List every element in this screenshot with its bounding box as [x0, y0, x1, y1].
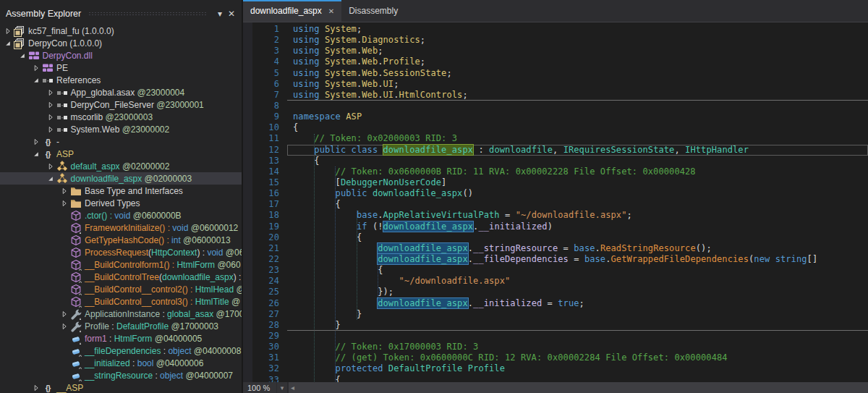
code-line[interactable]: 26 downloadfile_aspx.__initialized = tru… — [243, 298, 868, 309]
scrollbar-left-arrow-icon[interactable]: ◂ — [289, 384, 294, 392]
tree-item-label: FrameworkInitialize() : void @06000012 — [82, 223, 238, 233]
code-line[interactable]: 20 { — [243, 232, 868, 243]
code-line[interactable]: 23 { — [243, 265, 868, 276]
code-line[interactable]: 1using System; — [243, 24, 868, 35]
tab-downloadfile-aspx[interactable]: downloadfile_aspx✕ — [243, 0, 341, 22]
tree-row[interactable]: { }__ASP — [0, 381, 242, 393]
tree-row[interactable]: mscorlib @23000003 — [0, 111, 242, 123]
tree-row[interactable]: __stringResource : object @04000007 — [0, 369, 242, 381]
tree-row[interactable]: __BuildControl__control3() : HtmlTitle @ — [0, 295, 242, 308]
expander-collapsed-icon[interactable] — [3, 25, 13, 37]
code-line[interactable]: 7using System.Web.UI.HtmlControls; — [243, 90, 868, 101]
expander-expanded-icon[interactable] — [17, 50, 27, 62]
tab-close-icon[interactable]: ✕ — [328, 7, 334, 15]
drag-grip[interactable] — [88, 12, 207, 16]
code-line[interactable]: 17 { — [243, 199, 868, 210]
expander-collapsed-icon[interactable] — [59, 185, 69, 197]
code-line[interactable]: 24 "~/downloadfile.aspx" — [243, 276, 868, 287]
tree-row[interactable]: DerpyCon.dll — [0, 49, 242, 62]
code-line[interactable]: 10{ — [243, 122, 868, 133]
tree-row[interactable]: App_global.asax @23000004 — [0, 86, 242, 98]
code-line[interactable]: 15 [DebuggerNonUserCode] — [243, 177, 868, 188]
zoom-level-dropdown[interactable]: 100 % — [243, 382, 276, 393]
code-line[interactable]: 6using System.Web.UI; — [243, 79, 868, 90]
tree-row[interactable]: kc57_final_fu (1.0.0.0) — [0, 25, 242, 37]
expander-expanded-icon[interactable] — [31, 148, 41, 160]
expander-expanded-icon[interactable] — [46, 173, 56, 185]
tree-row[interactable]: DerpyCon_FileServer @23000001 — [0, 98, 242, 111]
code-line[interactable]: 4using System.Web.Profile; — [243, 56, 868, 67]
tree-item-label: System.Web @23000002 — [69, 124, 170, 135]
code-line[interactable]: 31 // (get) Token: 0x0600000C RID: 12 RV… — [243, 352, 868, 363]
expander-collapsed-icon[interactable] — [46, 124, 56, 135]
tree-row[interactable]: downloadfile_aspx @02000003 — [0, 172, 242, 185]
expander-collapsed-icon[interactable] — [31, 382, 41, 393]
expander-collapsed-icon[interactable] — [59, 308, 69, 320]
code-line[interactable]: 30 // Token: 0x17000003 RID: 3 — [243, 342, 868, 352]
tree-row[interactable]: Derived Types — [0, 197, 242, 209]
tree-row[interactable]: ApplicationInstance : global_asax @1700 — [0, 308, 242, 320]
code-line[interactable]: 22 downloadfile_aspx.__fileDependencies … — [243, 254, 868, 265]
tree-row[interactable]: __BuildControlform1() : HtmlForm @060 — [0, 258, 242, 271]
tree-row[interactable]: PE — [0, 62, 242, 74]
expander-collapsed-icon[interactable] — [31, 136, 41, 148]
code-line[interactable]: 11 // Token: 0x02000003 RID: 3 — [243, 133, 868, 144]
zoom-chevron-down-icon[interactable]: ▾ — [276, 382, 287, 393]
code-line[interactable]: 19 if (!downloadfile_aspx.__initialized) — [243, 221, 868, 232]
code-line[interactable]: 21 downloadfile_aspx.__stringResource = … — [243, 243, 868, 254]
tree-row[interactable]: .ctor() : void @0600000B — [0, 209, 242, 221]
code-line[interactable]: 28 } — [243, 320, 868, 331]
field-icon — [69, 370, 82, 381]
code-line[interactable]: 27 } — [243, 309, 868, 320]
code-line-content: downloadfile_aspx.__initialized = true; — [287, 298, 868, 309]
tree-row[interactable]: __fileDependencies : object @04000008 — [0, 345, 242, 357]
code-line[interactable]: 18 base.AppRelativeVirtualPath = "~/down… — [243, 210, 868, 221]
code-line[interactable]: 29 — [243, 331, 868, 342]
expander-collapsed-icon[interactable] — [59, 321, 69, 332]
tree-row[interactable]: DerpyCon (1.0.0.0) — [0, 37, 242, 49]
tree-item-label: __BuildControlform1() : HtmlForm @060 — [82, 260, 241, 270]
expander-expanded-icon[interactable] — [3, 38, 13, 49]
horizontal-scrollbar[interactable]: ◂ — [289, 382, 868, 393]
tree-row[interactable]: GetTypeHashCode() : int @06000013 — [0, 234, 242, 246]
lock-badge-icon — [77, 291, 83, 296]
expander-collapsed-icon[interactable] — [46, 161, 56, 172]
tree-row[interactable]: form1 : HtmlForm @04000005 — [0, 332, 242, 345]
code-line[interactable]: 32 protected DefaultProfile Profile — [243, 363, 868, 374]
code-line[interactable]: 5using System.Web.SessionState; — [243, 68, 868, 79]
tab-disassembly[interactable]: Disassembly — [341, 0, 405, 22]
tree-row[interactable]: References — [0, 74, 242, 86]
expander-collapsed-icon[interactable] — [59, 198, 69, 209]
tree-row[interactable]: __initialized : bool @04000006 — [0, 357, 242, 369]
expander-collapsed-icon[interactable] — [46, 99, 56, 111]
code-line[interactable]: 3using System.Web; — [243, 46, 868, 56]
tree-row[interactable]: ProcessRequest(HttpContext) : void @06 — [0, 246, 242, 258]
tree-row[interactable]: { }- — [0, 135, 242, 148]
close-icon[interactable]: ✕ — [226, 8, 237, 20]
expander-expanded-icon[interactable] — [31, 75, 41, 86]
tree-row[interactable]: Profile : DefaultProfile @17000003 — [0, 320, 242, 332]
code-line[interactable]: 14 // Token: 0x0600000B RID: 11 RVA: 0x0… — [243, 166, 868, 177]
line-number: 12 — [243, 145, 287, 156]
tree-row[interactable]: System.Web @23000002 — [0, 123, 242, 135]
code-line-content: if (!downloadfile_aspx.__initialized) — [287, 221, 868, 232]
tree-item-label: Derived Types — [82, 198, 140, 208]
code-line[interactable]: 16 public downloadfile_aspx() — [243, 188, 868, 199]
tree-row[interactable]: default_aspx @02000002 — [0, 160, 242, 172]
tree-row[interactable]: Base Type and Interfaces — [0, 185, 242, 197]
code-line[interactable]: 25 }); — [243, 287, 868, 297]
tree-row[interactable]: { }ASP — [0, 148, 242, 160]
tree-row[interactable]: FrameworkInitialize() : void @06000012 — [0, 221, 242, 234]
expander-collapsed-icon[interactable] — [46, 87, 56, 98]
tree-row[interactable]: __BuildControl__control2() : HtmlHead @ — [0, 283, 242, 295]
expander-collapsed-icon[interactable] — [46, 111, 56, 123]
field-icon — [69, 345, 82, 357]
code-line[interactable]: 2using System.Diagnostics; — [243, 35, 868, 46]
tree-row[interactable]: __BuildControlTree(downloadfile_aspx) : — [0, 271, 242, 283]
code-line[interactable]: 9namespace ASP — [243, 111, 868, 122]
chevron-down-icon[interactable]: ▾ — [214, 8, 226, 20]
code-line[interactable]: 8 — [243, 101, 868, 111]
expander-collapsed-icon[interactable] — [31, 62, 41, 74]
code-line[interactable]: 13 { — [243, 156, 868, 166]
code-line[interactable]: 12 public class downloadfile_aspx : down… — [243, 145, 868, 156]
